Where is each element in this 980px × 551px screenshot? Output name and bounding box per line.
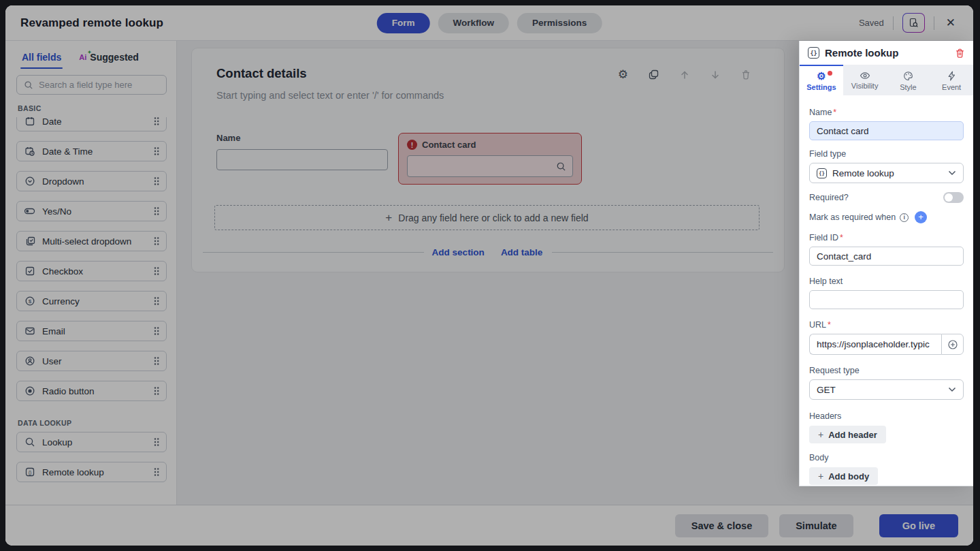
body-label: Body <box>809 453 964 462</box>
panel-tab-style[interactable]: Style <box>887 65 930 95</box>
palette-icon <box>903 71 913 81</box>
plus-icon: + <box>818 471 823 482</box>
field-id-input[interactable]: Contact_card <box>809 247 964 266</box>
braces-icon: {} <box>808 47 819 59</box>
mark-required-label: Mark as required when <box>809 212 896 222</box>
chevron-down-icon <box>948 387 956 392</box>
field-type-label: Field type <box>809 149 964 159</box>
request-type-label: Request type <box>809 366 964 375</box>
help-text-input[interactable] <box>809 290 964 309</box>
field-type-select[interactable]: {} Remote lookup <box>809 163 964 183</box>
required-asterisk: * <box>828 320 831 330</box>
panel-tab-event[interactable]: Event <box>930 65 973 95</box>
panel-tab-bar: ⚙ Settings Visibility Style Event <box>800 65 973 95</box>
braces-icon: {} <box>817 168 827 178</box>
toggle-knob <box>945 193 953 202</box>
field-id-label: Field ID* <box>809 233 964 242</box>
add-header-button[interactable]: + Add header <box>809 426 886 443</box>
panel-tab-settings[interactable]: ⚙ Settings <box>800 65 843 95</box>
field-config-panel: {} Remote lookup ⚙ Settings Visibility S… <box>799 41 973 486</box>
help-text-label: Help text <box>809 277 964 286</box>
insert-variable-button[interactable] <box>941 334 964 355</box>
headers-label: Headers <box>809 411 964 421</box>
required-toggle[interactable] <box>943 192 964 203</box>
eye-icon <box>860 72 870 80</box>
required-asterisk: * <box>833 108 836 117</box>
lightning-icon <box>947 71 956 81</box>
info-icon[interactable]: i <box>900 213 909 222</box>
add-body-button[interactable]: + Add body <box>809 467 878 485</box>
delete-field-button[interactable] <box>955 48 965 59</box>
panel-tab-visibility[interactable]: Visibility <box>843 65 887 95</box>
url-input[interactable]: https://jsonplaceholder.typic <box>809 334 941 355</box>
required-label: Required? <box>809 193 849 202</box>
form-builder-modal: Revamped remote lookup Form Workflow Per… <box>5 5 973 546</box>
gear-icon: ⚙ <box>817 71 826 81</box>
name-label: Name* <box>809 108 964 117</box>
plus-circle-icon <box>947 339 958 350</box>
url-label: URL* <box>809 320 964 330</box>
chevron-down-icon <box>948 170 956 176</box>
required-asterisk: * <box>840 233 843 242</box>
add-required-condition-button[interactable]: + <box>915 211 927 223</box>
name-input[interactable]: Contact card <box>809 121 964 140</box>
request-type-select[interactable]: GET <box>809 379 964 400</box>
panel-title: Remote lookup <box>825 47 949 59</box>
unsaved-changes-dot <box>828 71 832 76</box>
plus-icon: + <box>818 429 823 440</box>
trash-icon <box>955 48 965 59</box>
